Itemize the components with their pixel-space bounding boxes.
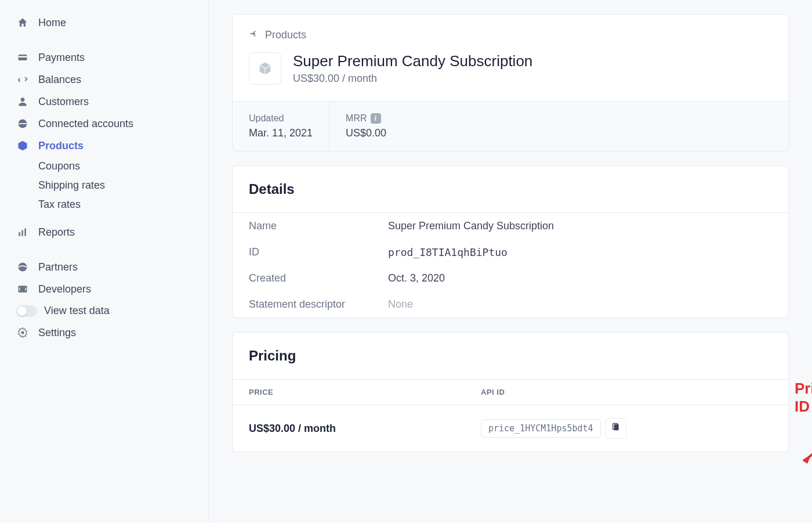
partners-icon <box>16 261 29 273</box>
pricing-title: Pricing <box>233 333 788 379</box>
detail-label: Statement descriptor <box>249 298 388 311</box>
nav-label: Connected accounts <box>38 118 133 130</box>
nav-partners[interactable]: Partners <box>0 256 208 278</box>
detail-label: Name <box>249 220 388 232</box>
products-icon <box>16 139 29 152</box>
nav-label: Payments <box>38 52 85 64</box>
arrow-left-icon <box>249 28 259 42</box>
balances-icon <box>16 73 29 86</box>
toggle-icon <box>16 305 37 317</box>
col-header-price: PRICE <box>249 388 481 396</box>
nav-label: Settings <box>38 327 76 339</box>
detail-row-id: ID prod_I8TIA1qhBiPtuo <box>233 239 788 265</box>
detail-row-descriptor: Statement descriptor None <box>233 291 788 318</box>
nav-home[interactable]: Home <box>0 12 208 34</box>
annotation-arrow-icon <box>795 403 812 467</box>
gear-icon <box>16 326 29 339</box>
product-icon <box>249 52 281 85</box>
nav-developers[interactable]: Developers <box>0 278 208 300</box>
pricing-header-row: PRICE API ID <box>233 379 788 405</box>
connected-icon <box>16 117 29 130</box>
copy-button[interactable] <box>606 418 626 439</box>
details-card: Details Name Super Premium Candy Subscri… <box>232 165 789 318</box>
stat-updated: Updated Mar. 11, 2021 <box>233 102 329 151</box>
detail-label: Created <box>249 272 388 284</box>
stat-value: US$0.00 <box>346 127 386 139</box>
nav-label: Home <box>38 17 66 29</box>
stat-value: Mar. 11, 2021 <box>249 127 313 139</box>
svg-rect-1 <box>19 56 27 58</box>
nav-products[interactable]: Products <box>0 135 208 157</box>
detail-value: Oct. 3, 2020 <box>388 272 445 284</box>
nav-label: Balances <box>38 74 81 86</box>
nav-testdata[interactable]: View test data <box>0 300 208 322</box>
reports-icon <box>16 226 29 239</box>
breadcrumb-label: Products <box>265 29 306 41</box>
svg-rect-5 <box>21 230 23 236</box>
detail-value: None <box>388 298 413 311</box>
nav-label: Partners <box>38 261 78 273</box>
payments-icon <box>16 51 29 64</box>
pricing-card: Pricing PRICE API ID US$30.00 / month pr… <box>232 332 789 452</box>
main-content: Products Super Premium Candy Subscriptio… <box>209 0 812 523</box>
nav-balances[interactable]: Balances <box>0 68 208 91</box>
detail-label: ID <box>249 246 388 258</box>
product-title: Super Premium Candy Subscription <box>293 52 532 70</box>
detail-value: Super Premium Candy Subscription <box>388 220 554 232</box>
stat-mrr: MRR i US$0.00 <box>329 102 403 151</box>
sidebar: Home Payments Balances Customers Connect… <box>0 0 209 523</box>
product-header-card: Products Super Premium Candy Subscriptio… <box>232 14 789 152</box>
svg-rect-6 <box>24 228 26 236</box>
detail-row-created: Created Oct. 3, 2020 <box>233 265 788 291</box>
nav-customers[interactable]: Customers <box>0 91 208 113</box>
nav-settings[interactable]: Settings <box>0 322 208 344</box>
info-icon[interactable]: i <box>371 113 381 124</box>
nav-label: Reports <box>38 226 75 239</box>
customers-icon <box>16 95 29 108</box>
stat-label: Updated <box>249 113 313 124</box>
detail-value: prod_I8TIA1qhBiPtuo <box>388 246 507 258</box>
stats-row: Updated Mar. 11, 2021 MRR i US$0.00 <box>233 101 788 151</box>
clipboard-icon <box>611 423 621 434</box>
nav-connected[interactable]: Connected accounts <box>0 113 208 135</box>
detail-row-name: Name Super Premium Candy Subscription <box>233 213 788 239</box>
nav-tax[interactable]: Tax rates <box>38 195 208 214</box>
nav-coupons[interactable]: Coupons <box>38 157 208 176</box>
nav-shipping[interactable]: Shipping rates <box>38 176 208 195</box>
nav-reports[interactable]: Reports <box>0 221 208 243</box>
svg-point-2 <box>21 98 25 102</box>
svg-point-9 <box>21 331 24 334</box>
col-header-api: API ID <box>481 388 505 396</box>
nav-label: Customers <box>38 96 89 108</box>
nav-label: View test data <box>44 305 110 317</box>
nav-products-sub: Coupons Shipping rates Tax rates <box>0 157 208 214</box>
pricing-price-value: US$30.00 / month <box>249 423 481 435</box>
pricing-row: US$30.00 / month price_1HYCM1Hps5bdt4 <box>233 405 788 452</box>
annotation-label: Price ID <box>795 380 812 416</box>
developers-icon <box>16 283 29 295</box>
nav-payments[interactable]: Payments <box>0 46 208 68</box>
api-id-value[interactable]: price_1HYCM1Hps5bdt4 <box>481 419 601 438</box>
breadcrumb-back[interactable]: Products <box>233 15 788 46</box>
stat-label: MRR <box>346 113 367 124</box>
product-price-line: US$30.00 / month <box>293 73 532 85</box>
nav-label: Developers <box>38 283 91 295</box>
svg-rect-4 <box>19 232 20 236</box>
home-icon <box>16 16 29 29</box>
nav-label: Products <box>38 140 84 152</box>
details-title: Details <box>233 166 788 212</box>
